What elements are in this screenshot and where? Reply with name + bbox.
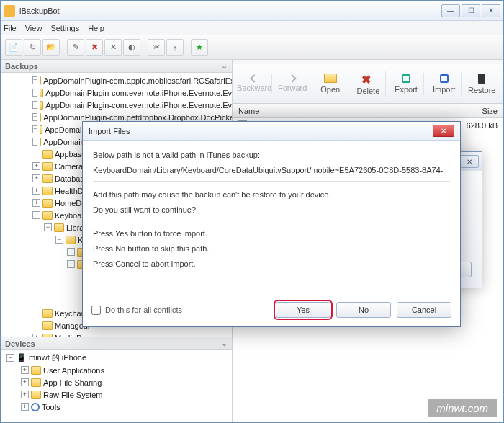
menu-help[interactable]: Help (88, 24, 104, 32)
folder-icon (31, 366, 41, 375)
watermark: minwt.com (428, 399, 497, 417)
folder-icon (42, 199, 53, 208)
folder-icon (42, 162, 53, 171)
column-name[interactable]: Name (238, 107, 447, 115)
folder-icon (66, 236, 76, 244)
toolbar-up-icon[interactable]: ↑ (166, 39, 184, 56)
bg-close-button[interactable]: ✕ (460, 155, 479, 168)
toolbar-star-icon[interactable]: ★ (191, 39, 208, 56)
delete-button[interactable]: ✖Delete (351, 71, 387, 97)
backups-header[interactable]: Backups ⌄ (1, 60, 232, 73)
folder-icon (42, 174, 53, 183)
folder-icon (42, 150, 53, 159)
export-icon (402, 74, 410, 83)
toolbar-refresh-icon[interactable]: ↻ (24, 39, 41, 56)
folder-icon (42, 211, 53, 220)
import-dialog: Import Files ✕ Below path is not a valid… (82, 121, 461, 327)
open-button[interactable]: Open (313, 72, 348, 95)
close-button[interactable]: ✕ (482, 4, 500, 17)
menu-settings[interactable]: Settings (50, 24, 79, 32)
minimize-button[interactable]: — (441, 4, 460, 17)
chevron-down-icon: ⌄ (221, 339, 228, 348)
menu-view[interactable]: View (25, 24, 42, 32)
toolbar: 📄 ↻ 📂 ✎ ✖ ✕ ◐ ✂ ↑ ★ (1, 35, 503, 60)
do-for-all-checkbox[interactable]: Do this for all conflicts (91, 306, 182, 315)
dialog-text: Do you still want to continue? (93, 204, 450, 216)
dialog-titlebar[interactable]: Import Files ✕ (83, 122, 460, 141)
titlebar[interactable]: iBackupBot — ☐ ✕ (1, 1, 503, 21)
dialog-path: KeyboardDomain/Library/Keyboard/CoreData… (93, 164, 450, 177)
folder-icon (42, 309, 53, 318)
dialog-title: Import Files (89, 127, 130, 135)
dialog-text: Press Cancel to abort import. (93, 258, 450, 270)
folder-icon (31, 391, 41, 399)
folder-icon (40, 125, 42, 134)
devices-tree[interactable]: −📱minwt 的 iPhone +User Applications +App… (1, 350, 232, 422)
divider (93, 181, 450, 182)
toolbar-btn-1[interactable]: 📄 (5, 39, 22, 56)
devices-header[interactable]: Devices ⌄ (1, 337, 232, 350)
dialog-text: Press Yes button to force import. (93, 228, 450, 240)
toolbar-btn-3[interactable]: 📂 (42, 39, 60, 56)
folder-icon (40, 101, 43, 110)
no-button[interactable]: No (336, 302, 391, 318)
menubar: File View Settings Help (1, 21, 503, 35)
dialog-text: Below path is not a valid path in iTunes… (93, 149, 450, 161)
folder-icon (40, 89, 43, 97)
toolbar-btn-7[interactable]: ◐ (123, 39, 140, 56)
column-size[interactable]: Size (447, 107, 498, 115)
folder-icon (42, 321, 53, 330)
checkbox-input[interactable] (91, 306, 101, 315)
delete-icon: ✖ (361, 73, 374, 84)
dialog-close-button[interactable]: ✕ (433, 125, 454, 137)
export-button[interactable]: Export (389, 73, 424, 95)
toolbar-btn-6[interactable]: ✕ (104, 39, 122, 56)
forward-button: Forward (275, 74, 310, 94)
chevron-down-icon: ⌄ (221, 61, 228, 71)
backward-button: Backward (237, 74, 272, 94)
toolbar-btn-4[interactable]: ✎ (67, 39, 84, 56)
filelist-header[interactable]: Name Size (233, 104, 503, 118)
toolbar-delete-icon[interactable]: ✖ (86, 39, 103, 56)
yes-button[interactable]: Yes (276, 302, 330, 318)
folder-icon (54, 223, 64, 232)
maximize-button[interactable]: ☐ (462, 4, 480, 17)
phone-icon: 📱 (17, 353, 27, 362)
window-title: iBackupBot (19, 6, 441, 15)
import-button[interactable]: Import (427, 73, 462, 95)
menu-file[interactable]: File (4, 24, 17, 32)
restore-button[interactable]: Restore (464, 72, 499, 96)
cancel-button[interactable]: Cancel (397, 302, 451, 318)
folder-icon (42, 187, 53, 195)
dialog-text: Add this path may cause the backup can't… (93, 189, 450, 201)
import-icon (440, 74, 449, 83)
toolbar-tools-icon[interactable]: ✂ (148, 39, 165, 56)
gear-icon (31, 403, 40, 411)
right-toolbar: Backward Forward Open ✖Delete Export Imp… (233, 64, 503, 104)
dialog-footer: Do this for all conflicts Yes No Cancel (83, 298, 460, 326)
dialog-text: Press No button to skip this path. (93, 243, 450, 255)
app-icon (4, 5, 15, 17)
folder-icon (324, 74, 337, 83)
restore-icon (478, 74, 485, 84)
folder-icon (40, 138, 41, 146)
folder-icon (40, 76, 41, 85)
folder-icon (40, 113, 41, 122)
dialog-body: Below path is not a valid path in iTunes… (83, 141, 460, 282)
folder-icon (31, 378, 41, 387)
